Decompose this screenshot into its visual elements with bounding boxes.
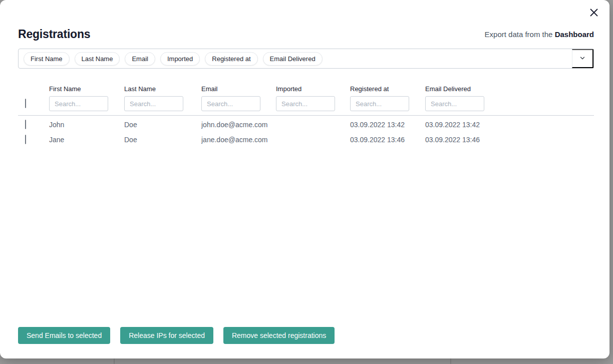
- filter-bar-expand-button[interactable]: [572, 49, 593, 68]
- cell-email: john.doe@acme.com: [201, 121, 276, 129]
- column-header-registered-at: Registered at: [350, 85, 425, 96]
- filter-pill-first-name[interactable]: First Name: [24, 52, 70, 66]
- close-icon: [589, 8, 598, 19]
- dashboard-link[interactable]: Dashboard: [555, 30, 594, 39]
- column-header-last-name: Last Name: [124, 85, 201, 96]
- close-button[interactable]: [588, 7, 600, 19]
- cell-email-delivered: 03.09.2022 13:42: [425, 121, 500, 129]
- remove-registrations-button[interactable]: Remove selected registrations: [223, 327, 335, 344]
- table-header-labels: First Name Last Name Email Imported Regi…: [18, 85, 594, 96]
- send-emails-button[interactable]: Send Emails to selected: [18, 327, 110, 344]
- cell-email-delivered: 03.09.2022 13:46: [425, 136, 500, 144]
- table-row[interactable]: John Doe john.doe@acme.com 03.09.2022 13…: [18, 117, 594, 132]
- export-hint-text: Export data from the: [485, 30, 555, 39]
- cell-email: jane.doe@acme.com: [201, 136, 276, 144]
- row-checkbox[interactable]: [25, 135, 26, 144]
- search-input-registered-at[interactable]: [350, 96, 409, 111]
- filter-pill-email-delivered[interactable]: Email Delivered: [263, 52, 323, 66]
- cell-registered-at: 03.09.2022 13:46: [350, 136, 425, 144]
- search-input-last-name[interactable]: [124, 96, 183, 111]
- table-search-row: [18, 96, 594, 111]
- chevron-down-icon: [579, 55, 585, 63]
- cell-registered-at: 03.09.2022 13:42: [350, 121, 425, 129]
- filter-pill-registered-at[interactable]: Registered at: [205, 52, 257, 66]
- search-input-imported[interactable]: [276, 96, 335, 111]
- registrations-table: First Name Last Name Email Imported Regi…: [18, 85, 594, 147]
- release-ips-button[interactable]: Release IPs for selected: [120, 327, 213, 344]
- row-checkbox[interactable]: [25, 120, 26, 129]
- search-input-first-name[interactable]: [49, 96, 108, 111]
- column-header-imported: Imported: [276, 85, 350, 96]
- cell-last-name: Doe: [124, 136, 201, 144]
- export-hint: Export data from the Dashboard: [485, 30, 594, 39]
- filter-pill-imported[interactable]: Imported: [160, 52, 200, 66]
- search-input-email-delivered[interactable]: [425, 96, 484, 111]
- cell-last-name: Doe: [124, 121, 201, 129]
- column-header-email-delivered: Email Delivered: [425, 85, 500, 96]
- page-title: Registrations: [18, 28, 90, 41]
- column-header-email: Email: [201, 85, 276, 96]
- select-all-checkbox[interactable]: [25, 99, 26, 108]
- table-body: John Doe john.doe@acme.com 03.09.2022 13…: [18, 116, 594, 147]
- registrations-modal: Registrations Export data from the Dashb…: [0, 0, 609, 358]
- modal-header: Registrations Export data from the Dashb…: [18, 28, 594, 41]
- cell-first-name: Jane: [49, 136, 124, 144]
- filter-pill-email[interactable]: Email: [125, 52, 155, 66]
- cell-first-name: John: [49, 121, 124, 129]
- filter-pill-last-name[interactable]: Last Name: [75, 52, 120, 66]
- column-filter-bar: First Name Last Name Email Imported Regi…: [18, 49, 594, 69]
- column-header-first-name: First Name: [49, 85, 124, 96]
- table-row[interactable]: Jane Doe jane.doe@acme.com 03.09.2022 13…: [18, 132, 594, 147]
- search-input-email[interactable]: [201, 96, 260, 111]
- bulk-actions-bar: Send Emails to selected Release IPs for …: [18, 327, 335, 344]
